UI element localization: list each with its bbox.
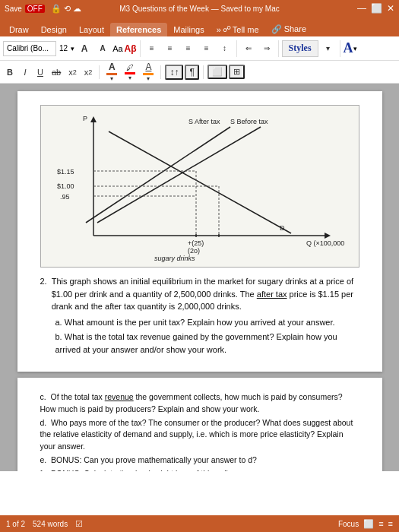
styles-dropdown[interactable]: Styles bbox=[282, 40, 318, 57]
grid-button[interactable]: ⊞ bbox=[229, 65, 245, 79]
price-115-text: $1.15 bbox=[57, 168, 74, 176]
sub-q-a-label: a. bbox=[55, 318, 62, 327]
align-right-button[interactable]: ≡ bbox=[180, 40, 197, 57]
styles-label: Styles bbox=[289, 43, 312, 54]
grow-font-button[interactable]: A bbox=[76, 40, 93, 57]
d-label: D bbox=[280, 224, 285, 232]
align-justify-button[interactable]: ≡ bbox=[198, 40, 215, 57]
focus-label[interactable]: Focus bbox=[338, 520, 359, 528]
chevron-down-icon[interactable]: ▾ bbox=[71, 45, 74, 52]
doc-page-bottom: c. Of the total tax revenue the governme… bbox=[17, 378, 382, 471]
title-bar: Save OFF 🔒 ⟲ ☁ M3 Questions of the Week … bbox=[0, 0, 399, 17]
bold-button[interactable]: B bbox=[3, 67, 17, 78]
sub-q-b-label: b. bbox=[55, 332, 62, 341]
indent-more-button[interactable]: ⇒ bbox=[258, 40, 275, 57]
format-painter-group: A ▾ bbox=[344, 40, 357, 56]
status-left: 1 of 2 524 words ☑ bbox=[6, 519, 83, 529]
tab-tell-me[interactable]: » ☍ Tell me bbox=[211, 22, 265, 36]
superscript-button[interactable]: x2 bbox=[81, 67, 96, 78]
question-2: 2. This graph shows an initial equilibri… bbox=[40, 275, 359, 313]
graph-title: sugary drinks bbox=[154, 255, 195, 262]
divider2 bbox=[160, 65, 161, 79]
font-color-button[interactable]: A ▾ bbox=[103, 61, 120, 83]
sub-q-a: a. What amount is the per unit tax? Expl… bbox=[55, 316, 359, 329]
sort-button[interactable]: ↕↑ bbox=[165, 65, 183, 80]
strikethrough-button[interactable]: ab bbox=[49, 67, 64, 78]
qty-after-paren-label: (2o) bbox=[188, 247, 200, 255]
bottom-questions: c. Of the total tax revenue the governme… bbox=[40, 391, 359, 471]
tab-references[interactable]: References bbox=[110, 23, 167, 36]
status-bar: 1 of 2 524 words ☑ Focus ⬜ ≡ ≡ bbox=[0, 515, 399, 532]
revenue-underline: revenue bbox=[105, 392, 134, 401]
tab-draw[interactable]: Draw bbox=[3, 23, 35, 36]
doc-page: P Q (×100,000) D S Before tax S After ta… bbox=[17, 91, 382, 372]
sub-questions: a. What amount is the per unit tax? Expl… bbox=[55, 316, 359, 356]
question-number: 2. bbox=[40, 275, 47, 313]
zoom-button[interactable]: ⬜ bbox=[207, 65, 227, 79]
sub-q-b: b. What is the total tax revenue gained … bbox=[55, 331, 359, 356]
doc-area: P Q (×100,000) D S Before tax S After ta… bbox=[0, 84, 399, 471]
align-left-button[interactable]: ≡ bbox=[144, 40, 160, 57]
save-status: OFF bbox=[25, 5, 45, 13]
x-axis-arrow bbox=[325, 233, 331, 239]
tab-design[interactable]: Design bbox=[35, 23, 73, 36]
divider3 bbox=[203, 65, 204, 79]
chevron-down-icon[interactable]: ▾ bbox=[110, 75, 113, 82]
underline-color-button[interactable]: A ▾ bbox=[140, 61, 157, 83]
s-after-tax-label: S After tax bbox=[188, 118, 220, 125]
font-size-label: 12 bbox=[59, 44, 68, 52]
tab-layout[interactable]: Layout bbox=[73, 23, 110, 36]
tab-mailings[interactable]: Mailings bbox=[167, 23, 210, 36]
highlight-button[interactable]: 🖊 ▾ bbox=[122, 62, 138, 82]
bottom-q-e: e. BONUS: Can you prove mathematically y… bbox=[40, 454, 359, 467]
line-spacing-button[interactable]: ↕ bbox=[217, 40, 233, 57]
q-axis-label: Q (×100,000) bbox=[306, 239, 344, 247]
bottom-q-c: c. Of the total tax revenue the governme… bbox=[40, 391, 359, 416]
indent-group: ⇐ ⇒ bbox=[240, 40, 279, 57]
tab-share[interactable]: 🔗 Share bbox=[265, 22, 312, 36]
price-100-text: $1.00 bbox=[57, 182, 74, 190]
save-label: Save bbox=[5, 5, 22, 13]
shrink-font-button[interactable]: A bbox=[94, 40, 111, 57]
layout-icon[interactable]: ⬜ bbox=[363, 519, 374, 529]
title-bar-title: M3 Questions of the Week — Saved to my M… bbox=[104, 5, 295, 13]
question-text: This graph shows an initial equilibrium … bbox=[52, 275, 359, 313]
subscript-button[interactable]: x2 bbox=[65, 67, 80, 78]
font-group: 12 ▾ A A Aa Aβ bbox=[3, 40, 141, 57]
price-095-text: .95 bbox=[60, 193, 70, 201]
view-icon[interactable]: ≡ bbox=[378, 519, 383, 528]
font-special: Aβ bbox=[125, 43, 137, 54]
styles-expand-button[interactable]: ▾ bbox=[320, 40, 337, 57]
s-before-tax-label: S Before tax bbox=[230, 118, 268, 125]
highlight-icon: 🖊 bbox=[126, 63, 134, 71]
pilcrow-button[interactable]: ¶ bbox=[185, 65, 198, 80]
big-a-icon: A bbox=[344, 40, 353, 56]
view-icon2[interactable]: ≡ bbox=[388, 519, 393, 528]
styles-group: Styles ▾ bbox=[282, 40, 340, 57]
title-bar-left: Save OFF 🔒 ⟲ ☁ bbox=[5, 4, 100, 14]
italic-button[interactable]: I bbox=[18, 67, 32, 78]
qty-after-label: +(25) bbox=[188, 239, 204, 247]
divider bbox=[99, 65, 100, 79]
proofread-icon[interactable]: ☑ bbox=[75, 519, 83, 529]
underline-button[interactable]: U bbox=[33, 67, 47, 78]
highlight-chevron-icon[interactable]: ▾ bbox=[128, 74, 131, 81]
indent-less-button[interactable]: ⇐ bbox=[240, 40, 257, 57]
chevron-right-icon: » bbox=[217, 25, 221, 34]
sub-q-b-text: What is the total tax revenue gained by … bbox=[55, 332, 337, 354]
page-count: 1 of 2 bbox=[6, 520, 25, 528]
underline-chevron-icon[interactable]: ▾ bbox=[147, 75, 150, 82]
align-center-button[interactable]: ≡ bbox=[162, 40, 179, 57]
underline-color-icon: A bbox=[145, 62, 151, 72]
sub-q-a-text: What amount is the per unit tax? Explain… bbox=[65, 318, 335, 327]
a-chevron[interactable]: ▾ bbox=[353, 45, 357, 52]
window-controls: 🔒 ⟲ ☁ bbox=[51, 4, 81, 14]
align-group: ≡ ≡ ≡ ≡ ↕ bbox=[144, 40, 237, 57]
word-count: 524 words bbox=[33, 520, 68, 528]
toolbar-row1: 12 ▾ A A Aa Aβ ≡ ≡ ≡ ≡ ↕ ⇐ ⇒ Styles ▾ A … bbox=[0, 36, 399, 61]
supply-demand-graph: P Q (×100,000) D S Before tax S After ta… bbox=[55, 110, 344, 262]
font-name-input[interactable] bbox=[3, 41, 56, 56]
ribbon-tabs: Draw Design Layout References Mailings »… bbox=[0, 17, 399, 36]
font-color-a-icon: A bbox=[109, 62, 116, 72]
toolbar-row2: B I U ab x2 x2 A ▾ 🖊 ▾ A ▾ ↕↑ ¶ ⬜ ⊞ bbox=[0, 61, 399, 84]
